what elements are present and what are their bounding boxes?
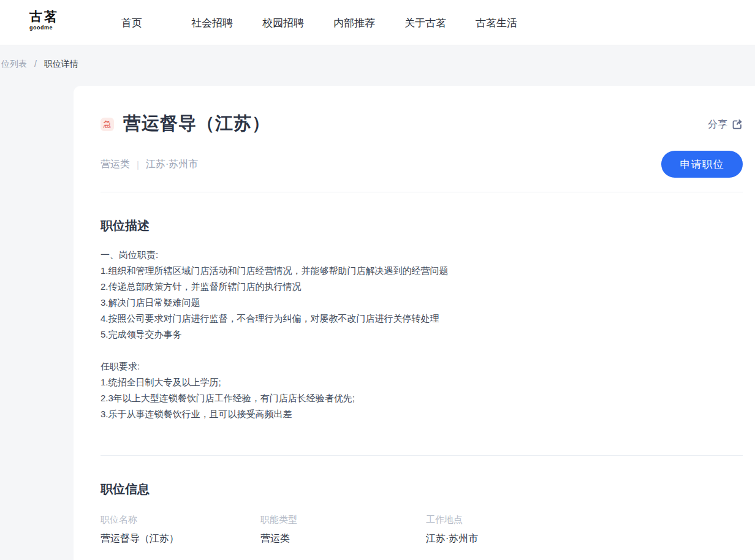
nav-item-social-recruitment[interactable]: 社会招聘	[191, 16, 233, 30]
job-title: 营运督导（江苏）	[123, 112, 270, 136]
urgent-badge: 急	[101, 118, 114, 131]
nav-item-life[interactable]: 古茗生活	[476, 16, 517, 30]
job-info-label: 职位名称	[101, 513, 260, 526]
job-meta-row: 营运类 | 江苏·苏州市 申请职位	[101, 151, 743, 178]
job-info-grid: 职位名称 营运督导（江苏） 职能类型 营运类 工作地点 江苏·苏州市	[101, 513, 743, 545]
brand-subname: goodme	[29, 25, 59, 31]
job-description-heading: 职位描述	[101, 217, 743, 234]
job-info-heading: 职位信息	[101, 480, 743, 498]
breadcrumb-job-list[interactable]: 位列表	[1, 59, 27, 69]
job-info-value: 江苏·苏州市	[426, 532, 743, 545]
job-info-value: 营运督导（江苏）	[101, 532, 260, 545]
main-nav: 首页 社会招聘 校园招聘 内部推荐 关于古茗 古茗生活	[121, 0, 517, 45]
nav-item-home[interactable]: 首页	[121, 16, 142, 30]
section-divider-top	[101, 192, 743, 192]
job-title-row: 急 营运督导（江苏） 分享	[101, 86, 743, 136]
share-button[interactable]: 分享	[708, 118, 743, 131]
breadcrumb: 位列表 / 职位详情	[1, 59, 78, 70]
job-info-item-location: 工作地点 江苏·苏州市	[426, 513, 743, 545]
section-divider-bottom	[101, 455, 743, 456]
top-navbar: 古茗 goodme 首页 社会招聘 校园招聘 内部推荐 关于古茗 古茗生活	[0, 0, 755, 45]
breadcrumb-separator: /	[34, 59, 37, 69]
job-info-label: 职能类型	[260, 513, 426, 526]
job-detail-page: 古茗 goodme 首页 社会招聘 校园招聘 内部推荐 关于古茗 古茗生活 位列…	[0, 0, 755, 560]
job-description-body: 一、岗位职责: 1.组织和管理所辖区域门店活动和门店经营情况，并能够帮助门店解决…	[101, 247, 743, 422]
share-export-icon	[732, 119, 743, 130]
job-meta: 营运类 | 江苏·苏州市	[101, 158, 198, 171]
job-meta-separator: |	[137, 159, 139, 170]
job-info-label: 工作地点	[426, 513, 743, 526]
job-location: 江苏·苏州市	[146, 158, 198, 171]
share-label: 分享	[708, 118, 727, 131]
job-info-item-type: 职能类型 营运类	[260, 513, 426, 545]
job-detail-card: 急 营运督导（江苏） 分享 营运类 | 江苏·苏州市	[74, 86, 755, 560]
job-category: 营运类	[101, 158, 130, 171]
job-info-value: 营运类	[260, 532, 426, 545]
breadcrumb-job-detail: 职位详情	[44, 59, 78, 69]
nav-item-about[interactable]: 关于古茗	[404, 16, 446, 30]
apply-job-button[interactable]: 申请职位	[661, 151, 743, 178]
brand-name: 古茗	[29, 9, 59, 24]
brand-logo[interactable]: 古茗 goodme	[29, 9, 59, 31]
job-info-item-name: 职位名称 营运督导（江苏）	[101, 513, 260, 545]
nav-item-campus-recruitment[interactable]: 校园招聘	[262, 16, 304, 30]
nav-item-internal-referral[interactable]: 内部推荐	[333, 16, 375, 30]
